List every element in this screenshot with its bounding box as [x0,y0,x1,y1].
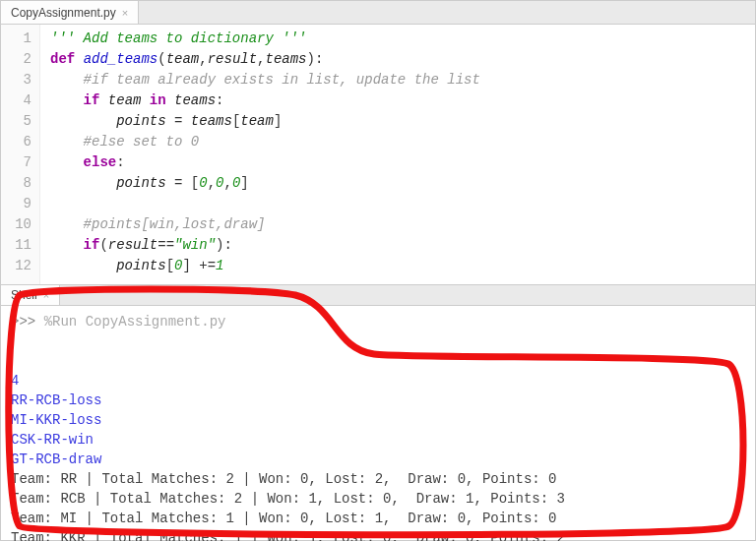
close-icon[interactable]: × [122,7,128,19]
code-line[interactable]: #points[win,lost,draw] [50,214,480,235]
code-line[interactable]: #else set to 0 [50,132,480,152]
line-number: 12 [1,256,32,276]
code-line[interactable]: if(result=="win"): [50,235,480,256]
line-number: 11 [1,235,32,256]
line-number: 5 [1,111,32,132]
line-number: 10 [1,214,32,235]
code-line[interactable]: points = teams[team] [50,111,480,132]
editor-tab[interactable]: CopyAssignment.py × [1,1,139,24]
code-line[interactable]: points[0] +=1 [50,256,480,276]
close-icon[interactable]: × [43,289,49,301]
shell-stdin-line: CSK-RR-win [11,430,745,450]
shell-prompt-line: >>> %Run CopyAssignment.py [11,312,745,331]
shell-stdin-line: 4 [11,371,745,391]
shell-pane: Shell × >>> %Run CopyAssignment.py 4RR-R… [0,285,756,541]
line-number: 1 [1,29,32,49]
shell-tab[interactable]: Shell × [1,285,60,305]
line-number: 3 [1,70,32,90]
code-line[interactable]: #if team already exists in list, update … [50,70,480,90]
code-content[interactable]: ''' Add teams to dictionary '''def add_t… [40,25,490,284]
line-number: 9 [1,194,32,214]
shell-stdout-line: Team: RR | Total Matches: 2 | Won: 0, Lo… [11,469,745,489]
editor-tab-label: CopyAssignment.py [11,6,116,20]
line-number: 8 [1,173,32,194]
shell-stdin-line: GT-RCB-draw [11,450,745,469]
shell-stdin-line: MI-KKR-loss [11,410,745,430]
shell-stdout-line: Team: RCB | Total Matches: 2 | Won: 1, L… [11,489,745,509]
line-number-gutter: 123456789101112 [1,25,40,284]
shell-output[interactable]: >>> %Run CopyAssignment.py 4RR-RCB-lossM… [1,306,755,541]
editor-tabbar: CopyAssignment.py × [1,1,755,25]
shell-tab-label: Shell [11,288,37,302]
shell-tabbar: Shell × [1,285,755,306]
editor-pane: CopyAssignment.py × 123456789101112 ''' … [0,0,756,285]
line-number: 6 [1,132,32,152]
shell-stdout-line: Team: KKR | Total Matches: 1 | Won: 1, L… [11,528,745,541]
line-number: 4 [1,90,32,111]
code-line[interactable]: ''' Add teams to dictionary ''' [50,29,480,49]
shell-stdin-line: RR-RCB-loss [11,391,745,410]
code-area[interactable]: 123456789101112 ''' Add teams to diction… [1,25,755,284]
code-line[interactable]: if team in teams: [50,90,480,111]
code-line[interactable]: def add_teams(team,result,teams): [50,49,480,70]
code-line[interactable] [50,194,480,214]
code-line[interactable]: points = [0,0,0] [50,173,480,194]
line-number: 2 [1,49,32,70]
line-number: 7 [1,152,32,173]
code-line[interactable]: else: [50,152,480,173]
shell-stdout-line: Team: MI | Total Matches: 1 | Won: 0, Lo… [11,509,745,528]
